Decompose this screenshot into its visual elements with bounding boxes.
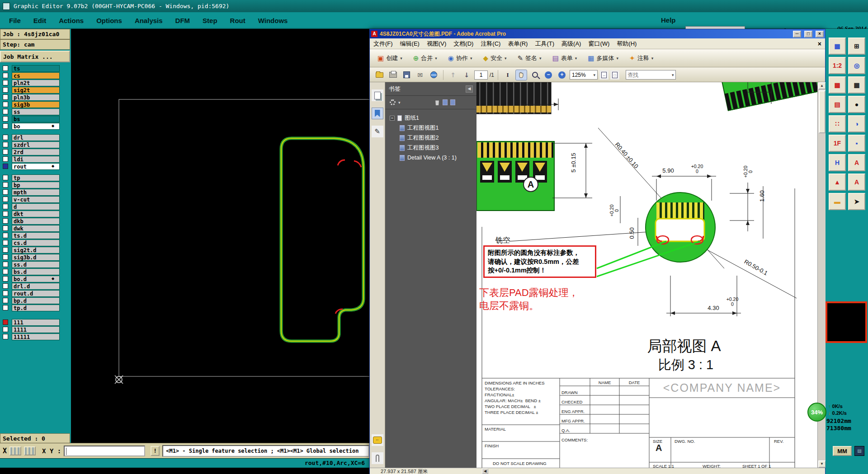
open-button[interactable]	[373, 70, 385, 80]
document-close-icon[interactable]: ×	[818, 40, 821, 47]
right-toolbar-button[interactable]: ◑	[848, 115, 865, 132]
layer-row[interactable]: bo.d ◆	[0, 275, 71, 282]
layer-checkbox[interactable]	[3, 94, 8, 100]
layer-row[interactable]: v-cut	[0, 196, 71, 203]
layer-checkbox[interactable]	[3, 334, 8, 339]
layer-checkbox[interactable]	[3, 327, 8, 332]
options-gear-icon[interactable]	[390, 99, 396, 105]
bookmark-item[interactable]: 工程图视图3	[390, 143, 476, 153]
acrobat-task-button[interactable]: ◆ 安全 ▾	[480, 52, 509, 65]
layer-checkbox[interactable]	[3, 123, 8, 129]
layer-row[interactable]: szdrl	[0, 141, 71, 148]
right-toolbar-button[interactable]: 1F	[829, 135, 846, 152]
job-matrix-button[interactable]: Job Matrix ...	[0, 51, 70, 62]
layer-checkbox[interactable]	[3, 87, 8, 93]
acrobat-menu-item[interactable]: 文件(F)	[373, 40, 393, 48]
bookmark-item[interactable]: 工程图视图1	[390, 123, 476, 133]
attachments-panel-button[interactable]	[372, 452, 383, 464]
layer-name[interactable]: pln2t	[12, 80, 60, 86]
layer-name[interactable]: bp	[12, 182, 60, 188]
layer-checkbox[interactable]	[3, 291, 8, 296]
layer-row[interactable]: bs	[0, 115, 71, 122]
layer-row[interactable]: bs.d	[0, 268, 71, 275]
overview-window[interactable]	[826, 301, 867, 343]
right-toolbar-button[interactable]: H	[829, 154, 846, 171]
acrobat-titlebar[interactable]: A 4S8JZ01CA0尺寸公差图.PDF - Adobe Acrobat Pr…	[370, 29, 825, 38]
acrobat-menu-item[interactable]: 编辑(E)	[400, 40, 420, 48]
signatures-panel-button[interactable]: ✎	[372, 126, 383, 137]
layer-checkbox[interactable]	[3, 80, 8, 85]
layer-row[interactable]: dwk	[0, 225, 71, 232]
layer-name[interactable]: sig3b	[12, 101, 60, 108]
print-button[interactable]	[387, 70, 399, 80]
zoom-level-select[interactable]: 125% ▾	[570, 70, 598, 80]
maximize-button[interactable]: □	[804, 31, 812, 38]
layer-name[interactable]: v-cut	[12, 196, 60, 203]
save-button[interactable]	[401, 70, 412, 80]
bookmarks-panel-button[interactable]	[372, 108, 383, 119]
scroll-up-icon[interactable]: ▲	[818, 82, 826, 89]
right-toolbar-button[interactable]: ▦	[829, 38, 846, 55]
acrobat-menu-item[interactable]: 窗口(W)	[588, 40, 609, 48]
layer-name[interactable]: ss.d	[12, 261, 60, 268]
acrobat-menu-item[interactable]: 帮助(H)	[617, 40, 637, 48]
bookmark-item[interactable]: 工程图视图2	[390, 133, 476, 143]
right-toolbar-button[interactable]: ▦	[848, 76, 865, 94]
layer-name[interactable]: pln3b	[12, 94, 60, 101]
layer-name[interactable]: szdrl	[12, 141, 60, 148]
layer-name[interactable]: ts.d	[12, 232, 60, 239]
genesis-titlebar[interactable]: Graphic Editor 9.07b2 (00GHT-HYCAM-PC066…	[0, 0, 868, 12]
next-page-button[interactable]: ↓	[461, 70, 472, 80]
layer-name[interactable]: 2rd	[12, 149, 60, 155]
acrobat-task-button[interactable]: ◉ 协作 ▾	[445, 52, 476, 65]
layer-checkbox[interactable]	[3, 276, 8, 282]
layer-name[interactable]: sig2t	[12, 87, 60, 94]
network-monitor-ball[interactable]: 34%	[807, 403, 826, 422]
minimize-button[interactable]: ─	[793, 31, 801, 38]
layer-checkbox[interactable]	[3, 197, 8, 202]
find-input[interactable]	[627, 72, 672, 78]
units-aux-icon[interactable]: ▤	[854, 446, 864, 456]
editor-canvas[interactable]	[71, 29, 369, 443]
layer-name[interactable]: bs.d	[12, 268, 60, 275]
layer-name[interactable]: sig2t.d	[12, 247, 60, 253]
scroll-down-icon[interactable]: ▼	[818, 460, 826, 468]
bookmark-label[interactable]: 工程图视图3	[407, 144, 439, 152]
coordinate-input[interactable]	[64, 446, 145, 456]
layer-row[interactable]: ss	[0, 108, 71, 115]
layer-name[interactable]: dkb	[12, 218, 60, 225]
genesis-menu-item[interactable]: DFM	[175, 17, 190, 24]
layer-checkbox[interactable]	[3, 269, 8, 274]
collapse-panel-button[interactable]: ◀	[466, 85, 473, 93]
layer-row[interactable]: sig2t	[0, 86, 71, 94]
bookmark-label[interactable]: 图纸1	[405, 114, 419, 122]
layer-row[interactable]: ts.d	[0, 232, 71, 239]
layer-row[interactable]: bo ◆	[0, 122, 71, 130]
layer-checkbox[interactable]	[3, 175, 8, 180]
layer-row[interactable]: 2rd	[0, 148, 71, 155]
layer-row[interactable]: sig3b	[0, 101, 71, 108]
acrobat-menu-item[interactable]: 表单(R)	[508, 40, 528, 48]
acrobat-task-button[interactable]: ▦ 多媒体 ▾	[585, 52, 622, 65]
previous-page-button[interactable]: ↑	[447, 70, 459, 80]
genesis-menu-help[interactable]: Help	[661, 16, 676, 24]
layer-checkbox[interactable]	[3, 189, 8, 195]
acrobat-task-button[interactable]: ▤ 表单 ▾	[549, 52, 580, 65]
zoom-out-button[interactable]: −	[542, 70, 554, 80]
genesis-menu-item[interactable]: File	[9, 17, 21, 24]
layer-checkbox[interactable]	[3, 247, 8, 253]
new-bookmark-icon[interactable]	[443, 99, 448, 105]
layer-checkbox[interactable]	[3, 298, 8, 303]
layer-checkbox[interactable]	[3, 135, 8, 140]
genesis-menu-item[interactable]: Actions	[59, 17, 84, 24]
delete-bookmark-icon[interactable]	[435, 99, 440, 105]
layer-row[interactable]: drl.d	[0, 282, 71, 290]
alert-icon[interactable]: !	[151, 446, 160, 456]
scroll-left-icon[interactable]: ◀	[482, 469, 488, 474]
layer-checkbox[interactable]	[3, 319, 8, 325]
layer-row[interactable]: tp	[0, 174, 71, 181]
fit-page-button[interactable]: □	[610, 70, 619, 80]
layer-checkbox[interactable]	[3, 218, 8, 224]
pdf-page[interactable]: A	[476, 82, 817, 468]
genesis-menu-item[interactable]: Options	[96, 17, 122, 24]
